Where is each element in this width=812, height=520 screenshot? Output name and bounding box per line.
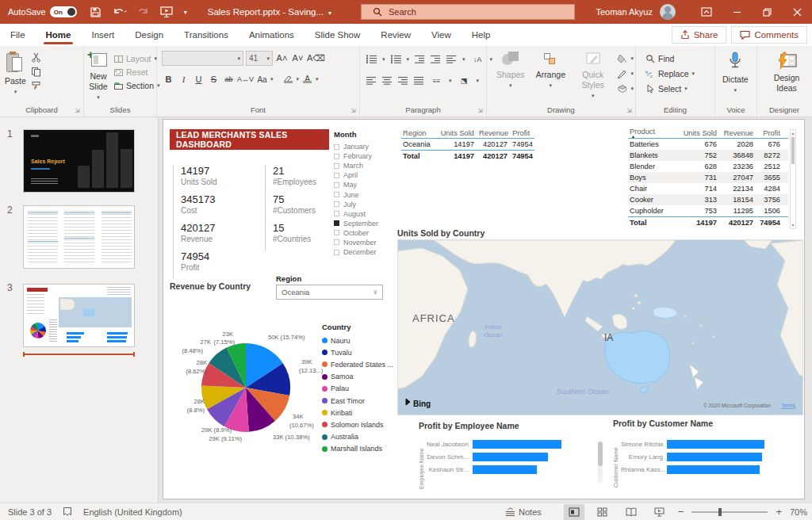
scroll-down-icon[interactable]: ▼ [791, 223, 795, 228]
legend-item-federated-states-[interactable]: Federated States ... [322, 358, 393, 370]
month-option-july[interactable]: July [334, 200, 399, 209]
month-option-april[interactable]: April [334, 170, 399, 180]
tab-file[interactable]: File [0, 24, 36, 46]
bold-button[interactable]: B [162, 72, 175, 86]
checkbox-icon[interactable] [334, 154, 339, 159]
checkbox-icon[interactable] [334, 182, 339, 188]
legend-item-solomon-islands[interactable]: Solomon Islands [322, 419, 393, 430]
user-avatar[interactable] [660, 4, 676, 20]
product-table[interactable]: Product▲Units SoldRevenueProfitBatteries… [628, 128, 788, 228]
slide-indicator[interactable]: Slide 3 of 3 [8, 507, 52, 517]
restore-button[interactable] [752, 0, 782, 24]
bar[interactable] [667, 465, 760, 474]
drawing-dialog-launcher[interactable]: ⇲ [626, 107, 632, 114]
accessibility-icon[interactable] [63, 507, 72, 517]
change-case-button[interactable]: Aa [255, 72, 269, 86]
normal-view-button[interactable] [564, 504, 584, 520]
customer-profit-chart[interactable]: Profit by Customer Name Customer Name Si… [613, 419, 792, 497]
justify-icon[interactable] [414, 74, 424, 88]
bar[interactable] [667, 453, 762, 461]
clear-formatting-icon[interactable]: A⌫ [307, 51, 325, 65]
slide-sorter-view-button[interactable] [592, 504, 613, 520]
character-spacing-button[interactable]: A↔V [237, 72, 254, 86]
checkbox-icon[interactable] [334, 220, 339, 226]
month-option-september[interactable]: September [334, 219, 399, 228]
month-option-may[interactable]: May [334, 180, 399, 189]
bar-row-neal-jacobson[interactable]: Neal Jacobson [427, 438, 606, 450]
bar-row-keshaun-str-[interactable]: Keshaun Str... [427, 463, 606, 476]
tab-help[interactable]: Help [462, 24, 501, 46]
tab-slide-show[interactable]: Slide Show [304, 24, 371, 46]
align-center-icon[interactable] [382, 74, 393, 88]
font-color-button[interactable]: A [301, 72, 314, 86]
notes-button[interactable]: Notes [505, 507, 542, 517]
legend-item-nauru[interactable]: Nauru [322, 335, 393, 346]
bar-row-simone-ritchie[interactable]: Simone Ritchie [621, 438, 792, 450]
increase-font-icon[interactable]: A˄ [275, 51, 289, 65]
tab-design[interactable]: Design [124, 24, 174, 46]
save-icon[interactable] [90, 6, 102, 18]
start-slideshow-icon[interactable] [160, 6, 173, 18]
user-name[interactable]: Teoman Akyuz [596, 7, 653, 17]
checkbox-icon[interactable] [334, 192, 339, 197]
section-button[interactable]: Section▾ [113, 80, 162, 91]
bar[interactable] [667, 440, 764, 449]
zoom-slider-thumb[interactable] [718, 508, 722, 516]
zoom-level[interactable]: 70% [790, 507, 807, 517]
region-filter-dropdown[interactable]: Oceania ∨ [276, 285, 383, 300]
tab-animations[interactable]: Animations [239, 24, 304, 46]
legend-item-samoa[interactable]: Samoa [322, 371, 393, 383]
employee-chart-scrollbar[interactable] [598, 442, 603, 483]
bar[interactable] [473, 453, 548, 461]
customize-qat-chevron[interactable]: ▾ [184, 9, 187, 16]
zoom-out-button[interactable]: − [678, 506, 684, 518]
checkbox-icon[interactable] [334, 250, 339, 255]
checkbox-icon[interactable] [334, 211, 339, 216]
autosave-toggle[interactable]: AutoSave On [8, 6, 77, 17]
text-direction-icon[interactable]: ↓A [471, 52, 485, 67]
map-visual[interactable]: AFRICA Indian Ocean Southern Ocean IA Bi… [397, 239, 803, 415]
close-button[interactable] [782, 0, 812, 24]
slide-canvas[interactable]: LEAD MERCHANTS SALES DASHBOARD 14197Unit… [163, 119, 805, 499]
legend-item-australia[interactable]: Australia [322, 431, 393, 443]
autosave-switch[interactable]: On [50, 6, 77, 17]
ribbon-display-options-icon[interactable] [691, 0, 722, 24]
region-summary-table[interactable]: RegionUnits SoldRevenueProfitOceania1419… [401, 128, 534, 161]
zoom-slider[interactable] [691, 511, 768, 513]
month-option-january[interactable]: January [334, 142, 399, 151]
font-name-combobox[interactable]: ▾ [162, 51, 243, 66]
tab-review[interactable]: Review [370, 24, 421, 46]
paste-button[interactable]: Paste▾ [0, 49, 31, 98]
checkbox-icon[interactable] [334, 163, 339, 169]
month-option-december[interactable]: December [334, 247, 399, 257]
undo-button[interactable] [113, 6, 127, 17]
tab-transitions[interactable]: Transitions [174, 24, 239, 46]
comments-button[interactable]: Comments [731, 26, 807, 44]
language-indicator[interactable]: English (United Kingdom) [83, 507, 182, 517]
numbering-icon[interactable] [391, 52, 401, 67]
italic-button[interactable]: I [177, 72, 190, 86]
product-table-scrollbar[interactable]: ▲ ▼ [790, 129, 796, 229]
checkbox-icon[interactable] [334, 201, 339, 207]
format-painter-icon[interactable] [31, 81, 41, 91]
bar[interactable] [473, 440, 561, 449]
tab-home[interactable]: Home [36, 24, 82, 46]
slide-2-thumbnail[interactable] [23, 205, 135, 269]
tab-insert[interactable]: Insert [81, 24, 124, 46]
bar-row-emory-lang[interactable]: Emory Lang [621, 450, 792, 463]
align-left-icon[interactable] [366, 74, 377, 88]
select-button[interactable]: Select▾ [644, 83, 714, 94]
employee-profit-chart[interactable]: Profit by Employee Name Employee Name Ne… [419, 421, 606, 497]
clipboard-dialog-launcher[interactable]: ⇲ [75, 107, 80, 114]
underline-button[interactable]: U [192, 72, 205, 86]
convert-smartart-icon[interactable]: ⬔ [458, 74, 471, 88]
checkbox-icon[interactable] [334, 239, 339, 245]
highlight-color-button[interactable] [282, 72, 295, 86]
scroll-up-icon[interactable]: ▲ [791, 131, 795, 136]
legend-item-kiribati[interactable]: Kiribati [322, 407, 393, 419]
font-size-combobox[interactable]: 41▾ [246, 51, 273, 66]
bar[interactable] [473, 465, 537, 474]
columns-icon[interactable]: ≡≡ [430, 74, 443, 88]
legend-item-marshall-islands[interactable]: Marshall Islands [322, 443, 393, 455]
shape-effects-icon[interactable]: ▾ [615, 83, 635, 94]
